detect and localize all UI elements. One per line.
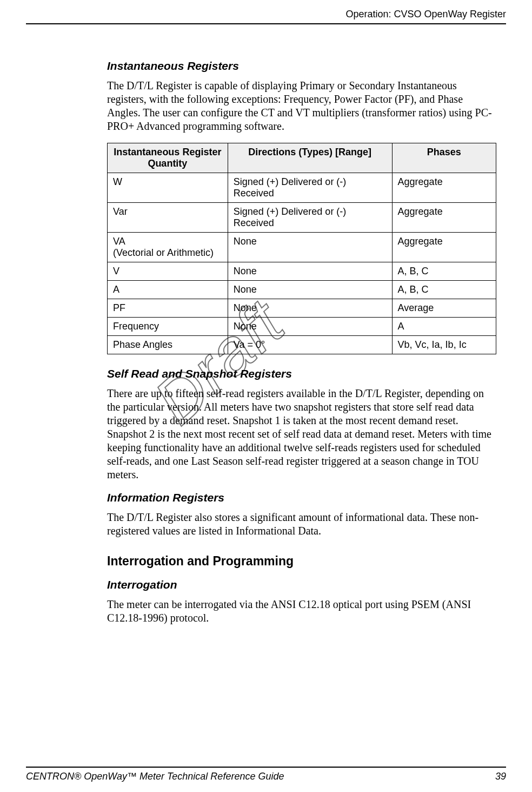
table-cell: Va = 0° bbox=[228, 336, 392, 354]
th-directions: Directions (Types) [Range] bbox=[228, 143, 392, 173]
footer-page-number: 39 bbox=[495, 771, 506, 782]
table-cell: Frequency bbox=[108, 318, 228, 336]
table-cell: VA(Vectorial or Arithmetic) bbox=[108, 233, 228, 262]
table-cell: Aggregate bbox=[392, 173, 496, 203]
footer-doc-title: CENTRON® OpenWay™ Meter Technical Refere… bbox=[26, 771, 284, 782]
heading-self-read: Self Read and Snapshot Registers bbox=[107, 367, 496, 380]
table-cell: None bbox=[228, 262, 392, 281]
table-cell: None bbox=[228, 299, 392, 318]
table-row: VarSigned (+) Delivered or (-) ReceivedA… bbox=[108, 203, 496, 233]
heading-interrogation-programming: Interrogation and Programming bbox=[107, 554, 496, 569]
heading-information-registers: Information Registers bbox=[107, 491, 496, 504]
table-row: FrequencyNoneA bbox=[108, 318, 496, 336]
table-row: PFNoneAverage bbox=[108, 299, 496, 318]
table-row: ANoneA, B, C bbox=[108, 281, 496, 299]
heading-instantaneous-registers: Instantaneous Registers bbox=[107, 60, 496, 72]
table-cell: None bbox=[228, 233, 392, 262]
table-cell: A, B, C bbox=[392, 262, 496, 281]
table-cell: Aggregate bbox=[392, 233, 496, 262]
heading-interrogation: Interrogation bbox=[107, 578, 496, 591]
table-cell: Signed (+) Delivered or (-) Received bbox=[228, 173, 392, 203]
table-cell: PF bbox=[108, 299, 228, 318]
para-interrogation: The meter can be interrogated via the AN… bbox=[107, 598, 496, 625]
table-cell: A bbox=[392, 318, 496, 336]
para-self-read: There are up to fifteen self-read regist… bbox=[107, 387, 496, 481]
content-area: Instantaneous Registers The D/T/L Regist… bbox=[107, 54, 496, 635]
table-row: VNoneA, B, C bbox=[108, 262, 496, 281]
para-instantaneous-registers: The D/T/L Register is capable of display… bbox=[107, 79, 496, 133]
para-information-registers: The D/T/L Register also stores a signifi… bbox=[107, 511, 496, 538]
table-cell: Var bbox=[108, 203, 228, 233]
table-cell: A bbox=[108, 281, 228, 299]
table-row: WSigned (+) Delivered or (-) ReceivedAgg… bbox=[108, 173, 496, 203]
table-cell: Average bbox=[392, 299, 496, 318]
table-cell: Phase Angles bbox=[108, 336, 228, 354]
running-title: Operation: CVSO OpenWay Register bbox=[346, 9, 506, 19]
table-cell: W bbox=[108, 173, 228, 203]
table-cell: A, B, C bbox=[392, 281, 496, 299]
th-phases: Phases bbox=[392, 143, 496, 173]
table-cell: Signed (+) Delivered or (-) Received bbox=[228, 203, 392, 233]
table-cell: None bbox=[228, 318, 392, 336]
instantaneous-registers-table: Instantaneous Register Quantity Directio… bbox=[107, 143, 496, 354]
table-row: Phase AnglesVa = 0°Vb, Vc, Ia, Ib, Ic bbox=[108, 336, 496, 354]
th-quantity: Instantaneous Register Quantity bbox=[108, 143, 228, 173]
running-header: Operation: CVSO OpenWay Register bbox=[26, 9, 506, 24]
table-cell: None bbox=[228, 281, 392, 299]
page-footer: CENTRON® OpenWay™ Meter Technical Refere… bbox=[26, 767, 506, 782]
table-cell: Vb, Vc, Ia, Ib, Ic bbox=[392, 336, 496, 354]
table-cell: V bbox=[108, 262, 228, 281]
table-row: VA(Vectorial or Arithmetic)NoneAggregate bbox=[108, 233, 496, 262]
table-cell: Aggregate bbox=[392, 203, 496, 233]
table-header-row: Instantaneous Register Quantity Directio… bbox=[108, 143, 496, 173]
page: Operation: CVSO OpenWay Register Draft I… bbox=[0, 0, 532, 792]
